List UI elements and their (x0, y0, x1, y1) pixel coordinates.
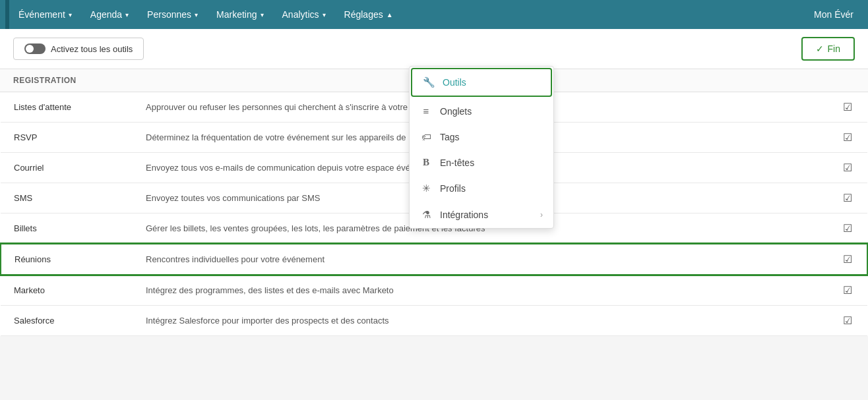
tool-checkbox[interactable]: ☑ (828, 214, 867, 244)
checkmark-icon: ✓ (816, 43, 824, 54)
checkbox-checked-icon: ☑ (843, 192, 852, 204)
checkbox-checked-icon: ☑ (843, 162, 852, 173)
wrench-icon: 🔧 (423, 76, 435, 88)
top-nav: Événement ▾ Agenda ▾ Personnes ▾ Marketi… (0, 0, 868, 29)
chevron-down-icon: ▾ (261, 11, 264, 18)
activate-all-button[interactable]: Activez tous les outils (13, 38, 144, 60)
tool-name: Listes d'attente (1, 92, 133, 123)
toggle-icon (24, 43, 46, 54)
tool-checkbox[interactable]: ☑ (828, 123, 867, 153)
tool-name: Billets (1, 214, 133, 244)
checkbox-checked-icon: ☑ (843, 223, 852, 234)
dropdown-item-en-tetes[interactable]: B En-têtes (410, 150, 553, 175)
nav-item-reglages[interactable]: Réglages ▲ (335, 0, 402, 29)
list-icon: ≡ (420, 105, 432, 117)
nav-item-account[interactable]: Mon Évér (805, 0, 863, 29)
tool-checkbox[interactable]: ☑ (828, 183, 867, 214)
tool-description: Intégrez Salesforce pour importer des pr… (133, 306, 828, 336)
dropdown-item-tags[interactable]: 🏷 Tags (410, 124, 553, 150)
tool-name: RSVP (1, 123, 133, 153)
table-row: RéunionsRencontres individuelles pour vo… (1, 244, 867, 275)
table-row: SalesforceIntégrez Salesforce pour impor… (1, 306, 867, 336)
tool-description: Rencontres individuelles pour votre évén… (133, 244, 828, 275)
chevron-down-icon: ▾ (125, 11, 129, 18)
tool-name: Réunions (1, 244, 133, 275)
chevron-down-icon: ▾ (69, 11, 72, 18)
checkbox-checked-icon: ☑ (843, 101, 852, 113)
checkbox-checked-icon: ☑ (843, 315, 852, 326)
dropdown-item-integrations[interactable]: ⚗ Intégrations › (410, 202, 553, 228)
tool-name: Marketo (1, 275, 133, 306)
tool-name: Salesforce (1, 306, 133, 336)
tool-checkbox[interactable]: ☑ (828, 244, 867, 275)
tool-checkbox[interactable]: ☑ (828, 153, 867, 183)
chevron-down-icon: ▲ (387, 11, 393, 18)
chevron-down-icon: ▾ (195, 11, 198, 18)
nav-item-personnes[interactable]: Personnes ▾ (138, 0, 207, 29)
tag-icon: 🏷 (420, 131, 432, 142)
tool-checkbox[interactable]: ☑ (828, 92, 867, 123)
chevron-right-icon: › (540, 210, 543, 219)
asterisk-icon: ✳ (420, 183, 432, 194)
bold-icon: B (420, 157, 432, 168)
dropdown-item-onglets[interactable]: ≡ Onglets (410, 98, 553, 124)
tool-checkbox[interactable]: ☑ (828, 275, 867, 306)
nav-item-agenda[interactable]: Agenda ▾ (81, 0, 138, 29)
checkbox-checked-icon: ☑ (843, 285, 852, 296)
tool-checkbox[interactable]: ☑ (828, 306, 867, 336)
chevron-down-icon: ▾ (323, 11, 326, 18)
tool-name: Courriel (1, 153, 133, 183)
fin-button[interactable]: ✓ Fin (801, 37, 855, 61)
dropdown-item-profils[interactable]: ✳ Profils (410, 175, 553, 202)
checkbox-checked-icon: ☑ (843, 132, 852, 143)
reglages-dropdown: 🔧 Outils ≡ Onglets 🏷 Tags B En-têtes ✳ P… (409, 66, 554, 229)
dropdown-item-outils[interactable]: 🔧 Outils (411, 68, 552, 97)
nav-item-marketing[interactable]: Marketing ▾ (207, 0, 272, 29)
nav-item-evenement[interactable]: Événement ▾ (9, 0, 81, 29)
flask-icon: ⚗ (420, 209, 432, 221)
table-row: MarketoIntégrez des programmes, des list… (1, 275, 867, 306)
main-content: Activez tous les outils ✓ Fin 🔧 Outils ≡… (0, 29, 868, 336)
tool-description: Intégrez des programmes, des listes et d… (133, 275, 828, 306)
toolbar: Activez tous les outils ✓ Fin (0, 29, 868, 69)
checkbox-checked-icon: ☑ (843, 254, 852, 265)
tool-name: SMS (1, 183, 133, 214)
nav-item-analytics[interactable]: Analytics ▾ (273, 0, 335, 29)
